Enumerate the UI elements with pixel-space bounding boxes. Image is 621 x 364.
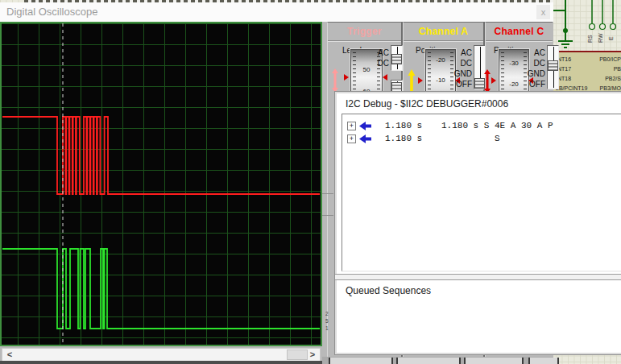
expand-plus-icon[interactable]: + <box>347 134 356 143</box>
channel-c-coupling-dc[interactable]: DC <box>526 58 545 68</box>
terminal-label-e: E <box>608 36 614 40</box>
dial-marker-left[interactable] <box>344 74 349 81</box>
trigger-coupling-slider[interactable] <box>391 45 403 71</box>
trigger-level-arrow-icon[interactable] <box>331 68 339 93</box>
dial-marker-right[interactable] <box>383 74 387 81</box>
channel-c-position-arrow-icon[interactable] <box>483 69 491 93</box>
i2c-event-row[interactable]: + 1.180 s S <box>342 132 621 145</box>
channel-c-coupling-gnd[interactable]: GND <box>526 68 545 79</box>
oscilloscope-titlebar[interactable]: Digital Oscilloscope x <box>0 2 553 23</box>
hidden-dial-digit: 2 <box>325 311 329 316</box>
event-detail: S <box>441 134 500 143</box>
i2c-window-title: I2C Debug - $II2C DEBUGGER#0006 <box>346 98 508 110</box>
scope-bottom-frame <box>0 361 322 364</box>
dial-tick-label: -20 <box>499 81 528 88</box>
oscilloscope-title: Digital Oscilloscope <box>6 6 97 18</box>
receive-arrow-icon <box>359 122 371 130</box>
channel-a-header: Channel A <box>404 23 483 41</box>
panel-edge-mark <box>322 215 333 216</box>
trigger-coupling-ac[interactable]: AC <box>370 48 389 58</box>
scroll-right-icon[interactable]: > <box>307 350 318 360</box>
terminal-pin-icon <box>611 24 616 30</box>
channel-c-coupling-ac[interactable]: AC <box>526 48 545 58</box>
slider-handle[interactable] <box>391 54 402 64</box>
trigger-header: Trigger <box>328 23 401 41</box>
scope-button-bottom[interactable] <box>528 358 559 364</box>
trace-channel-c-red <box>2 117 320 194</box>
event-timestamp: 1.180 s <box>385 121 441 130</box>
dial-marker-left[interactable] <box>418 77 423 84</box>
expand-plus-icon[interactable]: + <box>347 122 356 130</box>
channel-a-coupling-off[interactable]: OFF <box>453 79 472 89</box>
horizontal-scrollbar[interactable]: < > <box>2 348 321 362</box>
slider-handle[interactable] <box>548 60 558 71</box>
chip-left-pins: INT16 INT17 INT18 2B/PCINT19 <box>556 55 587 93</box>
background-window-edge <box>24 0 553 2</box>
dial-tick-label: -30 <box>499 60 528 67</box>
channel-c-coupling-off[interactable]: OFF <box>526 79 545 89</box>
i2c-event-row[interactable]: + 1.180 s 1.180 s S 4E A 30 A P <box>342 119 621 132</box>
waveform-traces <box>2 23 321 345</box>
chip-right-pins: PB0/ICP PB PB2/S PB3/MO <box>599 55 621 93</box>
scroll-left-icon[interactable]: < <box>4 350 15 360</box>
terminal-label-rs: RS <box>587 35 593 43</box>
queued-sequences-label: Queued Sequences <box>346 285 431 296</box>
dial-tick-label: -10 <box>426 77 455 84</box>
panel-edge-mark <box>322 193 333 194</box>
channel-a-coupling-dc[interactable]: DC <box>453 58 472 68</box>
dial-marker-left[interactable] <box>491 77 496 84</box>
channel-c-coupling-slider[interactable] <box>547 45 559 89</box>
i2c-debug-window: I2C Debug - $II2C DEBUGGER#0006 + 1.180 … <box>334 91 621 355</box>
channel-a-coupling-ac[interactable]: AC <box>453 48 472 58</box>
trigger-coupling-dc[interactable]: DC <box>370 58 389 68</box>
event-detail: 1.180 s S 4E A 30 A P <box>441 121 553 130</box>
scope-bottom-buttons-strip <box>322 357 553 364</box>
scope-button-bottom[interactable] <box>464 358 524 364</box>
dial-tick-label: -20 <box>426 56 455 64</box>
event-timestamp: 1.180 s <box>385 134 441 143</box>
wire-junction-dot <box>563 28 568 33</box>
hidden-dial-digit: 1 <box>325 325 329 331</box>
channel-a-coupling-gnd[interactable]: GND <box>453 68 472 79</box>
terminal-pin-icon <box>590 24 595 30</box>
scrollbar-thumb[interactable] <box>287 350 308 360</box>
close-icon[interactable]: x <box>536 5 550 19</box>
scope-button-bottom[interactable] <box>329 358 393 364</box>
terminal-label-rw: RW <box>598 33 603 43</box>
oscilloscope-screen <box>0 22 322 346</box>
terminal-pin-icon <box>600 24 606 30</box>
receive-arrow-icon <box>359 134 371 143</box>
channel-a-position-arrow-icon[interactable] <box>408 69 416 93</box>
trace-channel-a-green <box>2 249 320 329</box>
pane-splitter[interactable] <box>335 274 621 280</box>
hidden-dial-digit: 5 <box>325 318 329 324</box>
channel-c-header: Channel C <box>486 23 553 41</box>
i2c-event-list[interactable]: + 1.180 s 1.180 s S 4E A 30 A P + 1.180 … <box>342 114 621 271</box>
scope-button-bottom[interactable] <box>396 358 461 364</box>
